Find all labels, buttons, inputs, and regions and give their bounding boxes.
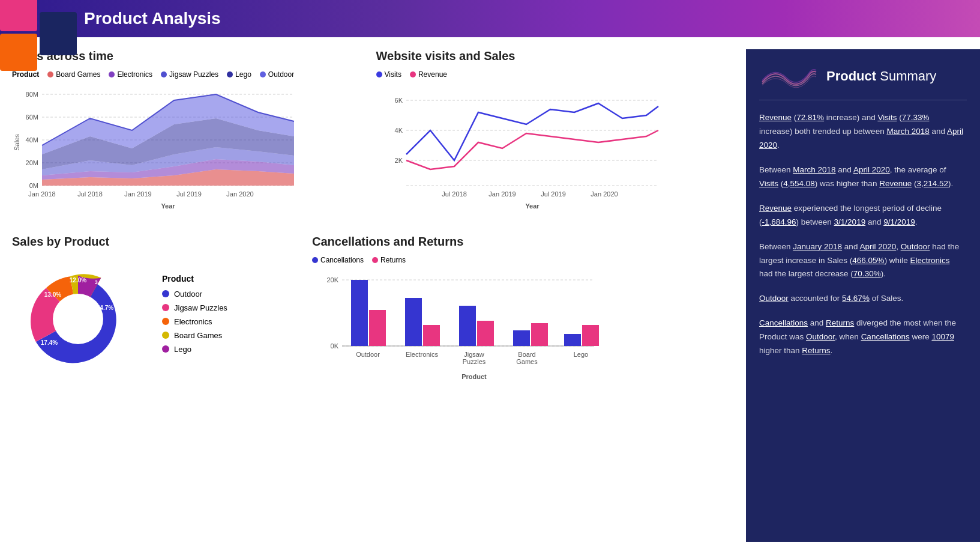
svg-text:Jan 2019: Jan 2019 (488, 190, 516, 198)
lego-dot (162, 345, 169, 353)
link-outdoor[interactable]: Outdoor (901, 242, 930, 251)
logo-orange (0, 34, 37, 71)
link-4554[interactable]: 4,554.08 (783, 179, 815, 188)
link-electronics[interactable]: Electronics (910, 256, 949, 265)
svg-text:Jan 2020: Jan 2020 (226, 190, 253, 198)
left-column: Sales across time Product Board Games El… (0, 49, 740, 542)
summary-scroll[interactable]: Revenue (72.81% increase) and Visits (77… (759, 111, 967, 369)
legend-returns: Returns (372, 256, 406, 264)
link-72[interactable]: 72.81% (796, 113, 824, 122)
svg-rect-49 (459, 306, 476, 346)
summary-para-1: Revenue (72.81% increase) and Visits (77… (759, 111, 963, 153)
legend-outdoor: Outdoor (260, 70, 294, 79)
link-date2[interactable]: 9/1/2019 (883, 217, 915, 226)
product-summary-panel: Product Summary Revenue (72.81% increase… (746, 49, 980, 542)
link-visits2[interactable]: Visits (759, 179, 778, 188)
link-revenue2[interactable]: Revenue (879, 179, 912, 188)
link-decline[interactable]: -1,684.96 (762, 217, 796, 226)
svg-text:40M: 40M (26, 136, 38, 144)
visits-legend: Visits Revenue (376, 70, 729, 79)
link-5467[interactable]: 54.67% (842, 294, 870, 303)
link-returns[interactable]: Returns (826, 318, 854, 327)
svg-text:Jul 2018: Jul 2018 (77, 190, 103, 198)
link-466[interactable]: 466.05% (852, 256, 884, 265)
legend-lego: Lego (227, 70, 251, 79)
charts-row-2: Sales by Product (12, 235, 728, 408)
svg-text:Jul 2019: Jul 2019 (541, 190, 566, 198)
link-cancellations2[interactable]: Cancellations (861, 332, 910, 341)
svg-point-34 (53, 294, 103, 344)
svg-text:Product: Product (461, 373, 487, 380)
link-visits[interactable]: Visits (877, 113, 897, 122)
header: Product Analysis (0, 0, 980, 37)
link-returns2[interactable]: Returns (802, 346, 830, 355)
legend-item-outdoor: Outdoor (162, 290, 227, 299)
main-content: Sales across time Product Board Games El… (0, 37, 980, 542)
summary-para-6: Cancellations and Returns diverged the m… (759, 317, 963, 358)
cancellations-section: Cancellations and Returns Cancellations … (312, 235, 728, 408)
jigsaw-dot (162, 304, 169, 311)
waves-icon (759, 61, 819, 91)
legend-item-jigsaw: Jigsaw Puzzles (162, 303, 227, 312)
link-outdoor3[interactable]: Outdoor (806, 332, 835, 341)
legend-item-electronics: Electronics (162, 317, 227, 326)
legend-item-boardgames: Board Games (162, 331, 227, 340)
summary-para-5: Outdoor accounted for 54.67% of Sales. (759, 292, 963, 306)
link-revenue[interactable]: Revenue (759, 113, 792, 122)
svg-rect-46 (369, 310, 386, 346)
summary-title: Product Summary (826, 68, 936, 84)
link-april2020[interactable]: April 2020 (759, 127, 963, 150)
legend-cancellations: Cancellations (312, 256, 364, 264)
svg-rect-48 (423, 325, 440, 346)
svg-text:Games: Games (516, 358, 538, 365)
svg-text:12.0%: 12.0% (70, 277, 86, 284)
website-visits-chart: Website visits and Sales Visits Revenue … (376, 49, 729, 217)
link-outdoor2[interactable]: Outdoor (759, 294, 789, 303)
svg-text:Jan 2018: Jan 2018 (28, 190, 55, 198)
link-date1[interactable]: 3/1/2019 (834, 217, 866, 226)
svg-text:80M: 80M (26, 91, 38, 98)
summary-para-4: Between January 2018 and April 2020, Out… (759, 240, 963, 282)
sales-over-time-chart: Sales across time Product Board Games El… (12, 49, 364, 217)
legend-visits: Visits (376, 70, 401, 79)
svg-text:Board: Board (518, 351, 535, 358)
logo-pink (0, 0, 37, 31)
svg-rect-51 (513, 330, 530, 346)
summary-para-2: Between March 2018 and April 2020, the a… (759, 163, 963, 191)
outdoor-dot (162, 290, 169, 297)
link-cancellations[interactable]: Cancellations (759, 318, 808, 327)
svg-text:Outdoor: Outdoor (356, 351, 380, 358)
summary-body: Revenue (72.81% increase) and Visits (77… (759, 111, 963, 358)
link-apr2020[interactable]: April 2020 (859, 242, 896, 251)
link-77[interactable]: 77.33% (902, 113, 930, 122)
svg-rect-45 (351, 280, 368, 346)
svg-text:13.0%: 13.0% (44, 291, 61, 298)
link-10079[interactable]: 10079 (931, 332, 954, 341)
summary-para-3: Revenue experienced the longest period o… (759, 202, 963, 229)
sales-by-product-title: Sales by Product (12, 235, 300, 249)
svg-text:6K: 6K (394, 97, 403, 104)
link-3214[interactable]: 3,214.52 (916, 179, 948, 188)
svg-text:Jan 2020: Jan 2020 (591, 190, 618, 198)
svg-text:54.7%: 54.7% (97, 305, 113, 311)
svg-rect-52 (531, 323, 548, 346)
link-revenue3[interactable]: Revenue (759, 204, 792, 213)
svg-text:4K: 4K (394, 127, 403, 134)
legend-electronics: Electronics (109, 70, 152, 79)
svg-text:20M: 20M (26, 159, 38, 166)
electronics-dot (162, 318, 169, 325)
link-april2020-2[interactable]: April 2020 (853, 165, 890, 174)
svg-rect-53 (564, 334, 581, 346)
link-70[interactable]: 70.30% (853, 269, 881, 278)
donut-area: 54.7% 17.4% 13.0% 12.0% 3.0% Product Out… (12, 256, 300, 376)
link-march2018-2[interactable]: March 2018 (793, 165, 835, 174)
page-title: Product Analysis (84, 9, 221, 28)
svg-text:Lego: Lego (574, 351, 588, 358)
logo-dark (40, 12, 77, 55)
summary-header: Product Summary (759, 61, 967, 100)
sales-over-time-svg: 80M 60M 40M 20M 0M Sales (12, 82, 300, 214)
svg-text:0K: 0K (331, 342, 339, 350)
link-jan2018[interactable]: January 2018 (793, 242, 842, 251)
svg-text:Year: Year (161, 202, 175, 210)
link-march2018[interactable]: March 2018 (886, 127, 929, 136)
